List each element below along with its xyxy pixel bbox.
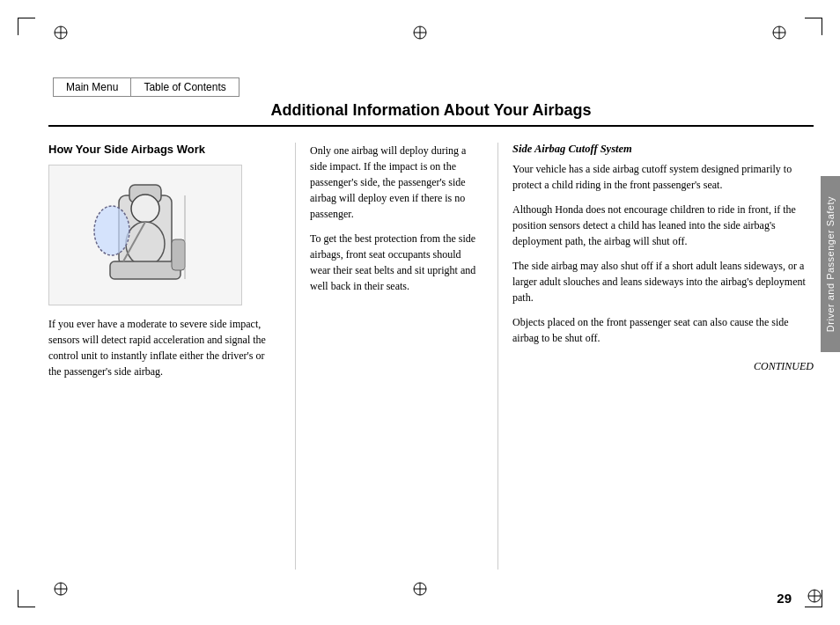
mid-column: Only one airbag will deploy during a sid… [295,143,497,570]
reg-mark-bottom-center [412,581,428,600]
content-area: Additional Information About Your Airbag… [48,101,814,581]
svg-rect-25 [172,239,185,270]
toolbar: Main Menu Table of Contents [53,77,239,97]
reg-mark-top-right [771,25,787,44]
mid-column-para2: To get the best protection from the side… [310,231,483,294]
svg-point-21 [126,222,165,266]
right-column-para4: Objects placed on the front passenger se… [512,314,814,346]
svg-rect-22 [110,261,181,279]
mid-column-para1: Only one airbag will deploy during a sid… [310,143,483,222]
right-column: Side Airbag Cutoff System Your vehicle h… [497,143,814,570]
corner-mark-tl [18,18,35,35]
right-column-para3: The side airbag may also shut off if a s… [512,258,814,305]
reg-mark-bottom-left [53,581,69,600]
left-column-body: If you ever have a moderate to severe si… [48,316,277,379]
right-column-para2: Although Honda does not encourage childr… [512,202,814,249]
main-menu-button[interactable]: Main Menu [53,77,130,97]
left-column-heading: How Your Side Airbags Work [48,143,277,156]
corner-mark-tr [805,18,822,35]
columns-layout: How Your Side Airbags Work [48,143,814,570]
page-number: 29 [777,591,792,606]
reg-mark-top-center [412,25,428,44]
side-tab-label: Driver and Passenger Safety [825,196,836,332]
page-container: Main Menu Table of Contents Additional I… [0,0,840,625]
right-column-subsection-title: Side Airbag Cutoff System [512,143,814,156]
continued-label: CONTINUED [512,360,814,373]
table-of-contents-button[interactable]: Table of Contents [130,77,239,97]
reg-mark-bottom-right [807,588,822,607]
corner-mark-bl [18,590,35,607]
side-tab: Driver and Passenger Safety [821,176,840,352]
svg-point-20 [131,195,159,223]
reg-mark-top-left [53,25,69,44]
right-column-para1: Your vehicle has a side airbag cutoff sy… [512,161,814,193]
left-column: How Your Side Airbags Work [48,143,295,570]
car-illustration [48,165,242,305]
page-title: Additional Information About Your Airbag… [48,101,814,127]
svg-point-23 [94,206,129,255]
